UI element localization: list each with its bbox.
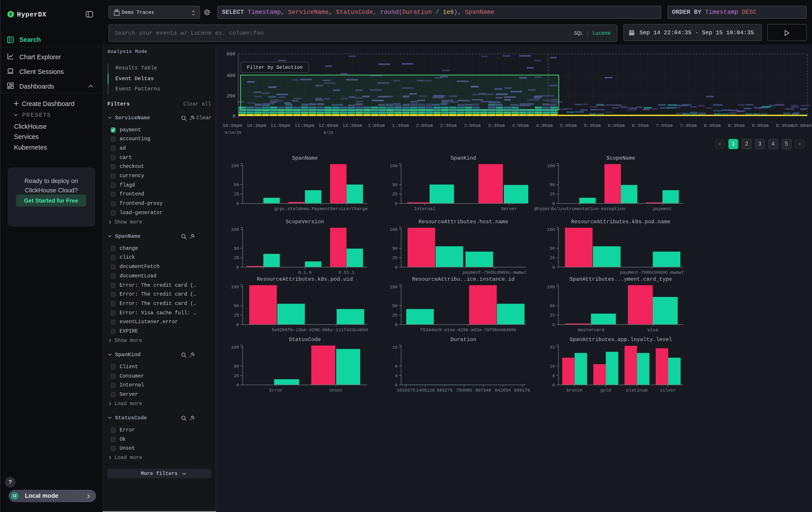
svg-text:0: 0 — [232, 113, 235, 119]
svg-text:4:00am: 4:00am — [512, 123, 528, 128]
svg-text:400: 400 — [226, 73, 235, 79]
svg-text:1:00am: 1:00am — [368, 123, 385, 128]
svg-text:10:30pm: 10:30pm — [246, 123, 266, 128]
svg-text:8:00am: 8:00am — [703, 123, 720, 128]
svg-text:12:00am: 12:00am — [318, 123, 338, 128]
svg-text:3:00am: 3:00am — [464, 123, 481, 128]
svg-text:2:30am: 2:30am — [440, 123, 457, 128]
svg-text:3:30am: 3:30am — [488, 123, 504, 128]
svg-text:1:30am: 1:30am — [392, 123, 409, 128]
svg-text:7:30am: 7:30am — [679, 123, 696, 128]
svg-text:11:00pm: 11:00pm — [270, 123, 290, 128]
svg-text:10:00am: 10:00am — [791, 123, 811, 128]
svg-text:2:00am: 2:00am — [415, 123, 432, 128]
svg-text:9/15: 9/15 — [323, 131, 333, 135]
svg-text:9:30am: 9:30am — [776, 123, 792, 128]
svg-text:8:30am: 8:30am — [727, 123, 745, 128]
svg-text:600: 600 — [226, 51, 235, 57]
svg-text:6:30am: 6:30am — [632, 123, 648, 128]
svg-text:200: 200 — [226, 93, 235, 99]
svg-text:9/14/25: 9/14/25 — [224, 131, 241, 135]
svg-text:5:00am: 5:00am — [560, 123, 577, 128]
svg-text:Filter by Selection: Filter by Selection — [247, 65, 302, 70]
svg-text:11:30pm: 11:30pm — [294, 123, 314, 128]
svg-text:9:00am: 9:00am — [752, 123, 768, 128]
svg-text:4:30am: 4:30am — [535, 123, 553, 128]
svg-text:7:00am: 7:00am — [656, 123, 672, 128]
svg-text:12:30am: 12:30am — [342, 123, 362, 128]
svg-text:10:00pm: 10:00pm — [222, 123, 242, 128]
svg-text:5:30am: 5:30am — [584, 123, 601, 128]
svg-text:6:00am: 6:00am — [608, 123, 625, 128]
